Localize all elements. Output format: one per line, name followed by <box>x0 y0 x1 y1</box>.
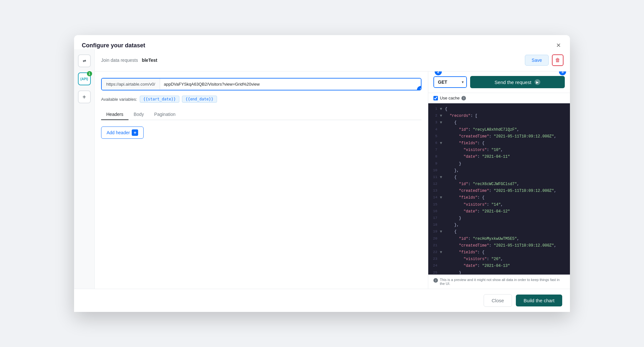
json-line: 14▼ "fields": { <box>428 194 570 201</box>
top-bar-actions: Save 🗑 <box>525 54 564 66</box>
json-line: 10 }, <box>428 167 570 174</box>
json-viewer: 1▼{2▼ "records": [3▼ {4 "id": "recyLA8xh… <box>428 103 570 274</box>
expand-icon[interactable]: ▼ <box>440 106 445 112</box>
close-icon[interactable]: ✕ <box>554 42 562 49</box>
delete-button[interactable]: 🗑 <box>552 54 564 66</box>
line-number: 3 <box>428 120 440 126</box>
trash-icon: 🗑 <box>555 57 560 63</box>
json-content: { <box>445 120 570 126</box>
line-number: 1 <box>428 106 440 112</box>
line-number: 12 <box>428 181 440 187</box>
line-number: 4 <box>428 127 440 133</box>
top-bar: Join data requests bleTest Save 🗑 <box>95 49 570 71</box>
json-line: 20 "id": "recHoMyxkwUwTM5E5", <box>428 236 570 242</box>
json-content: } <box>445 215 570 221</box>
json-line: 15 "visitors": "14", <box>428 202 570 208</box>
tab-body[interactable]: Body <box>128 109 149 120</box>
url-prefix: https://api.airtable.com/v0/ <box>102 79 160 90</box>
json-content: "id": "recHoMyxkwUwTM5E5", <box>445 236 570 242</box>
json-line: 22▼ "fields": { <box>428 249 570 256</box>
response-panel: 2 GET POST PUT DELETE PATCH ▾ <box>428 71 570 289</box>
sidebar-add-btn[interactable]: + <box>78 90 91 103</box>
url-input[interactable] <box>160 79 421 90</box>
modal-body: ⇌ {API} 1 + Join data requests bleTest S… <box>74 49 570 289</box>
tab-headers[interactable]: Headers <box>101 109 128 120</box>
line-number: 9 <box>428 161 440 167</box>
line-number: 13 <box>428 188 440 194</box>
json-content: { <box>445 229 570 235</box>
config-panel: https://api.airtable.com/v0/ 1 Available… <box>95 71 428 289</box>
tabs-row: Headers Body Pagination <box>101 109 421 120</box>
json-line: 19▼ { <box>428 229 570 235</box>
tab-pagination[interactable]: Pagination <box>149 109 181 120</box>
variables-row: Available variables: {{start_date}} {{en… <box>101 96 421 103</box>
save-button[interactable]: Save <box>525 55 549 66</box>
json-line: 13 "createdTime": "2021-05-11T10:09:12.0… <box>428 188 570 194</box>
sidebar-arrow-btn[interactable]: ⇌ <box>78 54 91 67</box>
preview-note: i This is a preview and it might not sho… <box>428 274 570 289</box>
json-line: 2▼ "records": [ <box>428 113 570 119</box>
line-number: 8 <box>428 154 440 160</box>
modal-title: Configure your dataset <box>82 42 145 49</box>
send-request-button[interactable]: Send the request ▶ <box>470 76 565 88</box>
build-chart-button[interactable]: Build the chart <box>516 295 562 306</box>
line-number: 14 <box>428 195 440 201</box>
line-number: 16 <box>428 209 440 214</box>
line-number: 10 <box>428 168 440 174</box>
line-number: 7 <box>428 147 440 153</box>
line-number: 2 <box>428 113 440 119</box>
step-badge-2: 2 <box>435 71 442 75</box>
add-header-button[interactable]: Add header + <box>101 127 144 139</box>
json-content: "records": [ <box>445 113 570 119</box>
arrow-icon: ⇌ <box>83 59 86 63</box>
variable-start-date[interactable]: {{start_date}} <box>140 96 179 103</box>
line-number: 19 <box>428 229 440 235</box>
json-line: 12 "id": "recX6cWCJWFGClsd7", <box>428 181 570 188</box>
preview-note-text: This is a preview and it might not show … <box>440 278 565 286</box>
modal-footer: Close Build the chart <box>74 289 570 312</box>
line-number: 11 <box>428 174 440 180</box>
expand-icon[interactable]: ▼ <box>440 120 445 126</box>
json-content: "fields": { <box>445 140 570 146</box>
close-button[interactable]: Close <box>484 294 512 307</box>
expand-icon[interactable]: ▼ <box>440 249 445 256</box>
use-cache-checkbox[interactable] <box>433 96 438 100</box>
expand-icon[interactable]: ▼ <box>440 195 445 201</box>
line-number: 22 <box>428 249 440 255</box>
json-content: }, <box>445 168 570 174</box>
json-line: 24 "date": "2021-04-13" <box>428 263 570 269</box>
json-line: 25 } <box>428 270 570 275</box>
expand-icon[interactable]: ▼ <box>440 140 445 146</box>
json-content: "fields": { <box>445 249 570 256</box>
json-content: "id": "recX6cWCJWFGClsd7", <box>445 181 570 187</box>
url-row: https://api.airtable.com/v0/ 1 <box>101 78 421 90</box>
json-line: 6▼ "fields": { <box>428 140 570 147</box>
json-line: 1▼{ <box>428 106 570 113</box>
json-content: }, <box>445 222 570 228</box>
send-request-label: Send the request <box>495 80 531 85</box>
play-icon: ▶ <box>535 79 540 85</box>
line-number: 17 <box>428 215 440 221</box>
json-content: "createdTime": "2021-05-11T10:09:12.000Z… <box>445 243 570 249</box>
step-badge-3: 3 <box>559 71 566 75</box>
variable-end-date[interactable]: {{end_date}} <box>182 96 217 103</box>
expand-icon[interactable]: ▼ <box>440 229 445 235</box>
expand-icon[interactable]: ▼ <box>440 113 445 119</box>
api-label: {API} <box>80 77 88 81</box>
json-line: 8 "date": "2021-04-11" <box>428 154 570 160</box>
line-number: 5 <box>428 134 440 139</box>
json-content: "visitors": "14", <box>445 202 570 208</box>
json-line: 9 } <box>428 161 570 167</box>
json-content: { <box>445 174 570 181</box>
dataset-name: bleTest <box>142 58 157 63</box>
json-line: 4 "id": "recyLA8xhhdC7lQzF", <box>428 127 570 133</box>
json-line: 7 "visitors": "10", <box>428 147 570 154</box>
modal: Configure your dataset ✕ ⇌ {API} 1 + Joi… <box>74 35 570 312</box>
method-select[interactable]: GET POST PUT DELETE PATCH <box>434 77 466 87</box>
json-content: "visitors": "26", <box>445 256 570 262</box>
sidebar-api-btn[interactable]: {API} 1 <box>78 72 91 85</box>
expand-icon[interactable]: ▼ <box>440 174 445 181</box>
line-number: 23 <box>428 256 440 262</box>
json-line: 5 "createdTime": "2021-05-11T10:09:12.00… <box>428 133 570 140</box>
line-number: 25 <box>428 270 440 275</box>
